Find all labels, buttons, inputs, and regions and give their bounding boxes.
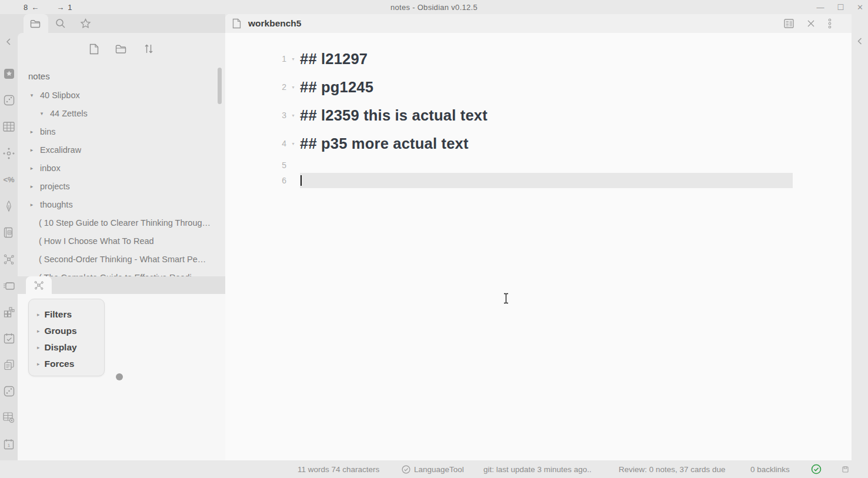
collapse-arrow-icon[interactable]: ▸: [28, 147, 35, 153]
tree-folder-bins[interactable]: ▸bins: [18, 122, 225, 141]
more-options-icon[interactable]: [828, 18, 832, 29]
templater-icon[interactable]: <%: [0, 166, 18, 193]
line-number: 5: [225, 161, 286, 170]
graph-settings-card: ▸Filters ▸Groups ▸Display ▸Forces: [28, 299, 105, 376]
languagetool-status[interactable]: LanguageTool: [402, 460, 464, 478]
local-graph-view[interactable]: ▸Filters ▸Groups ▸Display ▸Forces: [18, 294, 225, 460]
text-caret: [301, 175, 302, 186]
tree-folder-projects[interactable]: ▸projects: [18, 177, 225, 195]
collapse-arrow-icon[interactable]: ▾: [38, 111, 45, 116]
collapse-left-sidebar-icon[interactable]: [0, 28, 18, 55]
explorer-scrollbar[interactable]: [218, 68, 222, 104]
collapse-arrow-icon: ▸: [37, 328, 40, 334]
collapse-arrow-icon: ▸: [37, 312, 40, 317]
collapse-arrow-icon[interactable]: ▾: [28, 92, 35, 98]
reading-mode-icon[interactable]: [784, 19, 794, 28]
sort-order-icon[interactable]: [144, 44, 153, 54]
line-number: 2: [225, 82, 286, 92]
vault-name[interactable]: notes: [28, 66, 50, 86]
editor-line[interactable]: 2▾## pg1245: [225, 73, 852, 101]
editor-line[interactable]: 1▾## l21297: [225, 45, 852, 73]
expand-right-sidebar-icon[interactable]: [856, 36, 864, 460]
tree-folder-inbox[interactable]: ▸inbox: [18, 159, 225, 177]
tab-local-graph[interactable]: [26, 276, 52, 294]
editor-line[interactable]: 3▾## l2359 this is actual text: [225, 101, 852, 129]
close-pane-icon[interactable]: [807, 19, 815, 28]
note-file-icon: [232, 18, 241, 29]
tab-starred[interactable]: [73, 14, 98, 33]
fold-arrow-icon[interactable]: ▾: [286, 113, 300, 118]
editor-active-line[interactable]: 6: [225, 173, 852, 188]
check-circle-icon: [402, 465, 410, 474]
line-number: 6: [225, 176, 286, 185]
tree-folder-thoughts[interactable]: ▸thoughts: [18, 195, 225, 213]
line-text: ## p35 more actual text: [300, 135, 469, 152]
graph-node[interactable]: [116, 373, 123, 380]
graph-view-icon[interactable]: [0, 246, 18, 272]
tree-file[interactable]: ( How I Choose What To Read: [18, 232, 225, 250]
starred-notes-icon[interactable]: [0, 61, 18, 87]
collapse-arrow-icon[interactable]: ▸: [28, 165, 35, 171]
statusbar: 11 words 74 characters LanguageTool git:…: [0, 460, 868, 478]
graph-section-groups[interactable]: ▸Groups: [37, 323, 104, 339]
fold-arrow-icon[interactable]: ▾: [286, 141, 300, 146]
new-note-icon[interactable]: [89, 44, 99, 55]
svg-text:1: 1: [8, 443, 11, 448]
window-title: notes - Obsidian v0.12.5: [0, 0, 868, 14]
tab-file-explorer[interactable]: [24, 14, 48, 33]
sync-ok-icon[interactable]: [811, 460, 822, 478]
tree-file[interactable]: ( Second-Order Thinking - What Smart Pe…: [18, 250, 225, 268]
tab-search[interactable]: [48, 14, 73, 33]
daily-note-calendar-icon[interactable]: 1: [0, 431, 18, 457]
close-button[interactable]: ✕: [857, 3, 863, 12]
editor-content[interactable]: 1▾## l21297 2▾## pg1245 3▾## l2359 this …: [225, 33, 852, 460]
collapse-arrow-icon[interactable]: ▸: [28, 129, 35, 135]
tree-folder-excalidraw[interactable]: ▸Excalidraw: [18, 141, 225, 159]
tree-folder-44-zettels[interactable]: ▾44 Zettels: [18, 104, 225, 122]
line-number: 3: [225, 111, 286, 120]
calendar-check-icon[interactable]: [0, 325, 18, 352]
fold-arrow-icon[interactable]: ▾: [286, 85, 300, 90]
fold-arrow-icon[interactable]: ▾: [286, 56, 300, 62]
random-dice-icon[interactable]: [0, 378, 18, 405]
expand-graph-icon[interactable]: [0, 140, 18, 166]
journal-book-icon[interactable]: [0, 219, 18, 246]
graph-panel-tab-strip: [18, 276, 225, 294]
blocks-icon[interactable]: [0, 299, 18, 325]
table-icon[interactable]: [0, 113, 18, 140]
line-number: 1: [225, 54, 286, 63]
collapse-arrow-icon: ▸: [37, 361, 40, 367]
tree-folder-40-slipbox[interactable]: ▾40 Slipbox: [18, 86, 225, 104]
editor-line[interactable]: 4▾## p35 more actual text: [225, 129, 852, 158]
review-status[interactable]: Review: 0 notes, 37 cards due: [619, 460, 726, 478]
mouse-ibeam-cursor: [503, 293, 509, 304]
line-text: [300, 173, 793, 188]
left-sidebar: notes ▾40 Slipbox ▾44 Zettels ▸bins ▸Exc…: [18, 14, 225, 460]
collapse-arrow-icon[interactable]: ▸: [28, 202, 35, 208]
collapse-arrow-icon[interactable]: ▸: [28, 183, 35, 189]
graph-section-display[interactable]: ▸Display: [37, 339, 104, 356]
maximize-button[interactable]: ☐: [837, 3, 844, 12]
copy-documents-icon[interactable]: [0, 352, 18, 378]
right-sidebar-collapsed: [852, 14, 868, 460]
titlebar: 8 ← → 1 notes - Obsidian v0.12.5 — ☐ ✕: [0, 0, 868, 14]
line-text: ## l2359 this is actual text: [300, 107, 488, 124]
file-explorer-panel: notes ▾40 Slipbox ▾44 Zettels ▸bins ▸Exc…: [18, 33, 225, 276]
backlinks-count[interactable]: 0 backlinks: [750, 460, 790, 478]
save-icon[interactable]: [842, 460, 849, 478]
editor-line[interactable]: 5: [225, 158, 852, 173]
file-tree: ▾40 Slipbox ▾44 Zettels ▸bins ▸Excalidra…: [18, 86, 225, 276]
database-table-gear-icon[interactable]: [0, 405, 18, 431]
minimize-button[interactable]: —: [816, 3, 824, 12]
tree-file[interactable]: ( The Complete Guide to Effective Readi…: [18, 268, 225, 276]
line-number: 4: [225, 139, 286, 148]
line-text: ## pg1245: [300, 79, 373, 96]
pen-icon[interactable]: [0, 193, 18, 219]
git-status[interactable]: git: last update 3 minutes ago..: [483, 460, 592, 478]
graph-section-forces[interactable]: ▸Forces: [37, 356, 104, 372]
new-folder-icon[interactable]: [115, 44, 128, 54]
flashcards-review-icon[interactable]: [0, 272, 18, 299]
tree-file[interactable]: ( 10 Step Guide to Clearer Thinking Thro…: [18, 213, 225, 232]
graph-section-filters[interactable]: ▸Filters: [37, 306, 104, 323]
random-note-dice-icon[interactable]: [0, 87, 18, 113]
